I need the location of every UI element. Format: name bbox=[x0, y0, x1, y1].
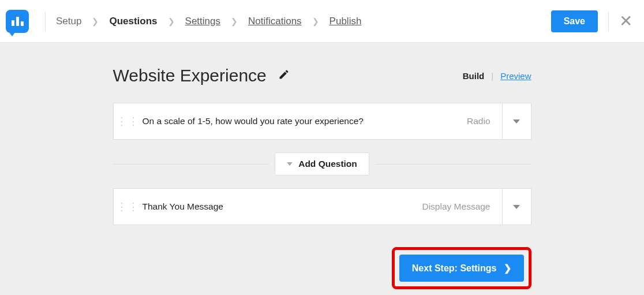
question-text: On a scale of 1-5, how would you rate yo… bbox=[143, 116, 467, 126]
page-title: Website Experience bbox=[113, 66, 267, 85]
chevron-right-icon: ❯ bbox=[92, 17, 99, 26]
topbar: Setup ❯ Questions ❯ Settings ❯ Notificat… bbox=[0, 0, 644, 43]
edit-icon[interactable] bbox=[278, 69, 290, 83]
add-question-label: Add Question bbox=[298, 159, 357, 169]
chevron-right-icon: ❯ bbox=[312, 17, 319, 26]
chevron-down-icon bbox=[513, 205, 520, 209]
chevron-right-icon: ❯ bbox=[504, 263, 511, 274]
crumb-questions[interactable]: Questions bbox=[109, 16, 157, 27]
toggle-build[interactable]: Build bbox=[463, 71, 485, 81]
divider bbox=[608, 12, 609, 31]
add-question-row: Add Question bbox=[113, 152, 531, 175]
breadcrumb: Setup ❯ Questions ❯ Settings ❯ Notificat… bbox=[56, 16, 551, 27]
toggle-preview[interactable]: Preview bbox=[500, 71, 531, 81]
next-highlight-box: Next Step: Settings ❯ bbox=[392, 247, 531, 289]
view-toggle: Build | Preview bbox=[463, 71, 531, 81]
next-step-label: Next Step: Settings bbox=[412, 263, 497, 274]
thankyou-type: Display Message bbox=[422, 201, 501, 212]
rule-line bbox=[113, 164, 269, 165]
panel: Website Experience Build | Preview ⋮⋮ On… bbox=[113, 66, 531, 289]
chevron-down-icon bbox=[287, 162, 293, 166]
save-button[interactable]: Save bbox=[551, 10, 598, 32]
add-question-button[interactable]: Add Question bbox=[275, 152, 369, 175]
crumb-notifications[interactable]: Notifications bbox=[248, 16, 302, 27]
crumb-setup[interactable]: Setup bbox=[56, 16, 81, 27]
crumb-publish[interactable]: Publish bbox=[330, 16, 362, 27]
rule-line bbox=[375, 164, 531, 165]
drag-handle-icon[interactable]: ⋮⋮ bbox=[114, 115, 143, 128]
question-card[interactable]: ⋮⋮ On a scale of 1-5, how would you rate… bbox=[113, 103, 531, 140]
question-type: Radio bbox=[467, 116, 502, 126]
expand-button[interactable] bbox=[502, 188, 531, 225]
logo-wrap bbox=[0, 10, 35, 33]
chevron-right-icon: ❯ bbox=[231, 17, 238, 26]
next-wrap: Next Step: Settings ❯ bbox=[113, 247, 531, 289]
thankyou-text: Thank You Message bbox=[143, 201, 422, 212]
chevron-down-icon bbox=[513, 120, 520, 124]
toggle-separator: | bbox=[491, 71, 493, 81]
close-icon[interactable]: ✕ bbox=[619, 13, 632, 29]
drag-handle-icon[interactable]: ⋮⋮ bbox=[114, 200, 143, 213]
divider bbox=[45, 12, 46, 31]
chevron-right-icon: ❯ bbox=[168, 17, 175, 26]
app-logo[interactable] bbox=[6, 10, 29, 33]
expand-button[interactable] bbox=[502, 103, 531, 140]
thankyou-card[interactable]: ⋮⋮ Thank You Message Display Message bbox=[113, 188, 531, 225]
crumb-settings[interactable]: Settings bbox=[185, 16, 220, 27]
content-area: Website Experience Build | Preview ⋮⋮ On… bbox=[0, 43, 644, 289]
next-step-button[interactable]: Next Step: Settings ❯ bbox=[399, 255, 524, 282]
title-row: Website Experience Build | Preview bbox=[113, 66, 531, 85]
